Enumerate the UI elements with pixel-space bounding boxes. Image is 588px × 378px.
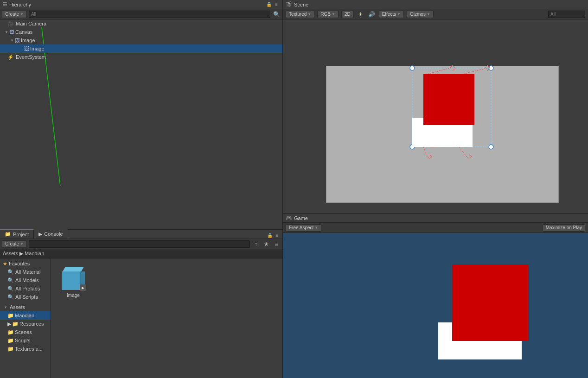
scene-2d-btn[interactable]: 2D: [341, 11, 354, 18]
search-icon-4: 🔍: [7, 294, 14, 300]
project-panel: 📁 Project ▶ Console 🔒 ≡ Create ▼ ↑: [0, 230, 282, 378]
aspect-arrow: ▼: [314, 226, 318, 230]
folder-expand-arrow: ▶: [7, 321, 11, 327]
tree-item-eventsystem[interactable]: ⚡ EventSystem: [0, 53, 282, 61]
hierarchy-items-list: 🎥 Main Camera ▼ 🖼 Canvas ▼ 🖼 Image: [0, 19, 282, 61]
sidebar-all-prefabs[interactable]: 🔍 All Prefabs: [0, 284, 51, 293]
hierarchy-header: ☰ Hierarchy 🔒 ≡: [0, 0, 282, 9]
scene-toolbar: Textured ▼ RGB ▼ 2D ☀ 🔊 Effects ▼ Gizmos: [283, 9, 588, 19]
game-maximize-btn[interactable]: Maximize on Play: [543, 224, 585, 232]
hierarchy-controls: 🔒 ≡: [266, 1, 280, 8]
game-panel: 🎮 Game Free Aspect ▼ Maximize on Play: [283, 214, 588, 378]
project-create-btn[interactable]: Create ▼: [2, 240, 27, 248]
project-icon-btn-1[interactable]: ↑: [252, 240, 260, 248]
project-sidebar: ★ Favorites 🔍 All Material 🔍 All Models: [0, 258, 51, 378]
hierarchy-lock-btn[interactable]: 🔒: [266, 1, 272, 8]
scene-render-mode-btn[interactable]: Textured ▼: [286, 11, 314, 18]
search-icon-3: 🔍: [7, 286, 14, 292]
scene-gizmos-btn[interactable]: Gizmos ▼: [407, 11, 434, 18]
camera-icon: 🎥: [4, 21, 14, 27]
project-tabs: 📁 Project ▶ Console 🔒 ≡: [0, 230, 282, 239]
scene-audio-btn[interactable]: 🔊: [368, 10, 376, 19]
sidebar-folder-scenes[interactable]: 📁 Scenes: [0, 328, 51, 336]
project-content: Assets ▶ Maodian ★ Favorites 🔍 All Mater…: [0, 249, 282, 378]
favorites-header[interactable]: ★ Favorites: [0, 259, 51, 268]
hierarchy-content-area: 🎥 Main Camera ▼ 🖼 Canvas ▼ 🖼 Image: [0, 19, 282, 229]
search-icon-1: 🔍: [7, 269, 14, 275]
project-icon-btn-3[interactable]: ≡: [272, 240, 281, 248]
scene-effects-btn[interactable]: Effects ▼: [379, 11, 404, 18]
game-header-icon: 🎮: [286, 215, 292, 221]
scene-panel: 🎬 Scene Textured ▼ RGB ▼ 2D ☀ 🔊 Effec: [283, 0, 588, 214]
hierarchy-create-btn[interactable]: Create ▼: [2, 11, 27, 18]
breadcrumb: Assets ▶ Maodian: [0, 249, 282, 258]
folder-icon-maodian: 📁: [7, 313, 14, 319]
tab-project[interactable]: 📁 Project: [0, 229, 34, 239]
tree-item-main-camera[interactable]: 🎥 Main Camera: [0, 19, 282, 28]
folder-icon-textures: 📁: [7, 346, 14, 352]
hierarchy-toolbar: Create ▼ 🔍: [0, 9, 282, 19]
canvas-arrow: ▼: [4, 29, 9, 35]
scene-header-icon: 🎬: [286, 1, 292, 7]
image-parent-icon: 🖼: [15, 38, 20, 43]
project-main-area: ★ Favorites 🔍 All Material 🔍 All Models: [0, 258, 282, 378]
project-assets-area: ▶ Image: [51, 258, 282, 378]
sidebar-folder-resources[interactable]: ▶ 📁 Resources: [0, 320, 51, 328]
sidebar-all-models[interactable]: 🔍 All Models: [0, 276, 51, 284]
project-create-arrow: ▼: [20, 242, 24, 246]
gizmos-arrow: ▼: [427, 12, 430, 16]
render-mode-arrow: ▼: [307, 12, 311, 16]
hierarchy-search-icon[interactable]: 🔍: [272, 10, 281, 19]
create-dropdown-arrow: ▼: [20, 12, 24, 16]
assets-header[interactable]: ▼ Assets: [0, 303, 51, 311]
tree-item-image-parent[interactable]: ▼ 🖼 Image: [0, 36, 282, 44]
right-panel: 🎬 Scene Textured ▼ RGB ▼ 2D ☀ 🔊 Effec: [283, 0, 588, 378]
tree-item-canvas[interactable]: ▼ 🖼 Canvas: [0, 28, 282, 36]
tab-console[interactable]: ▶ Console: [34, 229, 68, 239]
scene-header: 🎬 Scene: [283, 0, 588, 9]
scene-search-input[interactable]: [548, 11, 585, 18]
project-lock-btn[interactable]: 🔒: [267, 232, 273, 239]
image-parent-arrow: ▼: [9, 38, 15, 43]
hierarchy-panel: ☰ Hierarchy 🔒 ≡ Create ▼ 🔍: [0, 0, 282, 230]
image-child-indent: [19, 46, 24, 51]
scene-content: [283, 19, 588, 213]
tree-item-image-child[interactable]: 🖼 Image: [0, 44, 282, 53]
hierarchy-menu-btn[interactable]: ≡: [273, 1, 280, 8]
sidebar-folder-maodian[interactable]: 📁 Maodian: [0, 311, 51, 320]
asset-icon-image: ▶: [59, 264, 87, 292]
hierarchy-search-input[interactable]: [29, 11, 270, 18]
search-icon-2: 🔍: [7, 277, 14, 284]
folder-icon-scripts: 📁: [7, 338, 14, 344]
project-search-input[interactable]: [29, 240, 250, 248]
sidebar-all-material[interactable]: 🔍 All Material: [0, 268, 51, 276]
favorites-section: ★ Favorites 🔍 All Material 🔍 All Models: [0, 258, 51, 302]
game-content: [283, 233, 588, 378]
game-toolbar: Free Aspect ▼ Maximize on Play: [283, 223, 588, 233]
eventsystem-icon: ⚡: [4, 54, 14, 60]
game-aspect-btn[interactable]: Free Aspect ▼: [286, 224, 321, 232]
color-mode-arrow: ▼: [332, 12, 335, 16]
left-panel: ☰ Hierarchy 🔒 ≡ Create ▼ 🔍: [0, 0, 283, 378]
canvas-icon: 🖼: [9, 29, 14, 35]
project-panel-controls: 🔒 ≡: [267, 232, 282, 239]
hierarchy-icon: ☰: [3, 1, 7, 7]
game-header: 🎮 Game: [283, 214, 588, 223]
asset-play-icon: ▶: [80, 284, 86, 291]
console-tab-icon: ▶: [38, 231, 42, 237]
project-menu-btn[interactable]: ≡: [274, 232, 281, 239]
hierarchy-title: Hierarchy: [9, 2, 31, 7]
effects-arrow: ▼: [397, 12, 401, 16]
asset-item-image[interactable]: ▶ Image: [55, 262, 92, 300]
folder-icon-resources: 📁: [12, 321, 19, 327]
project-tab-icon: 📁: [5, 231, 11, 237]
project-icon-btn-2[interactable]: ★: [262, 240, 270, 248]
folder-icon-scenes: 📁: [7, 329, 14, 335]
project-toolbar: Create ▼ ↑ ★ ≡: [0, 239, 282, 249]
sidebar-folder-scripts[interactable]: 📁 Scripts: [0, 336, 51, 345]
sidebar-folder-textures[interactable]: 📁 Textures a...: [0, 345, 51, 353]
star-icon: ★: [3, 261, 7, 267]
scene-sun-btn[interactable]: ☀: [357, 10, 365, 19]
scene-color-mode-btn[interactable]: RGB ▼: [317, 11, 339, 18]
sidebar-all-scripts[interactable]: 🔍 All Scripts: [0, 293, 51, 301]
